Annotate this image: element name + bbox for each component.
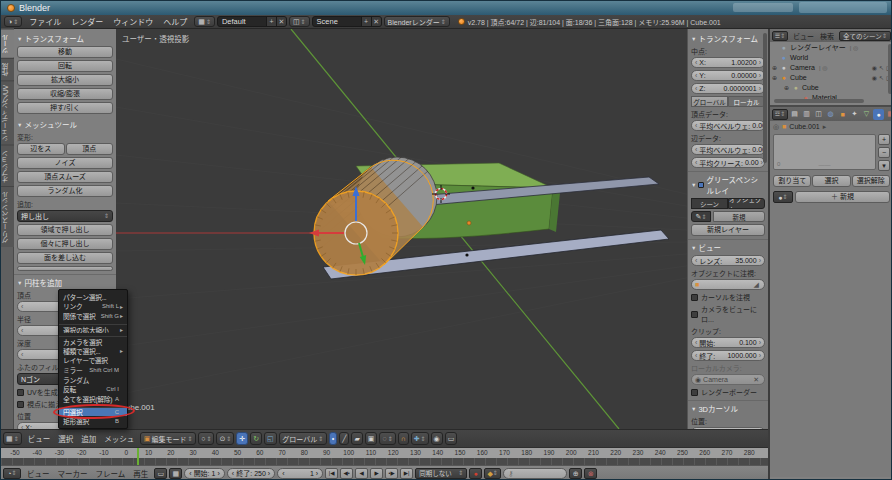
horizontal-scrollbar[interactable] (774, 99, 864, 103)
context-menu-item[interactable]: 反転 Ctrl I ▸ (59, 384, 127, 394)
context-menu-item[interactable]: 選択の拡大縮小 ▸ (59, 324, 127, 334)
context-menu-item[interactable]: パターン選択... ▸ (59, 292, 127, 302)
outliner-item[interactable]: ⊕ ● World | ◎ ◉↖◻ (770, 52, 892, 62)
vertical-scrollbar[interactable] (888, 44, 892, 94)
edge-select-mode-button[interactable]: ╱ (339, 432, 349, 445)
menu-item[interactable]: 選択 (54, 433, 77, 444)
browse-material-dropdown[interactable]: ●⇕ (773, 191, 793, 203)
manipulator-translate-toggle[interactable]: ✛ (236, 432, 248, 445)
snap-element-select[interactable]: ✚⇕ (411, 432, 429, 445)
pin-icon[interactable]: ◎ (773, 123, 779, 130)
outliner-item[interactable]: ⊕ ● Camera | ◎ ◉↖◻ (770, 62, 892, 72)
edge-data-field[interactable]: ‹平均クリース:0.00› (691, 157, 765, 168)
jump-to-end-button[interactable]: ▶| (400, 468, 413, 479)
transform-tool-button[interactable]: 収縮/膨張 (17, 88, 113, 100)
increment-arrow-icon[interactable]: › (759, 72, 761, 79)
context-menu-item[interactable]: ランダム ▸ (59, 375, 127, 385)
context-menu-item[interactable]: 関係で選択 Shift G ▸ (59, 311, 127, 321)
snap-toggle[interactable]: ∩ (398, 432, 409, 445)
play-button[interactable]: ▶ (370, 468, 383, 479)
vertex-select-mode-button[interactable]: ⬩ (329, 432, 338, 445)
menu-item[interactable]: フレーム (92, 468, 130, 479)
deform-tool-button[interactable]: 頂点スムーズ (17, 171, 113, 183)
outliner-item[interactable]: ⊕ ● Cube | ◎ ◉↖◻ (770, 82, 892, 92)
shading-select[interactable]: ○⇕ (198, 432, 214, 445)
menu-item[interactable]: メッシュ (100, 433, 138, 444)
current-frame-field[interactable]: ‹1› (277, 468, 323, 479)
material-assign-button[interactable]: 選択 (812, 175, 850, 187)
sync-select[interactable]: 同期しない⇕ (415, 468, 467, 479)
menu-item[interactable]: 追加 (77, 433, 100, 444)
frame-dropdown-button[interactable]: ▦ (169, 468, 182, 479)
grease-source-toggle[interactable]: シーン (691, 198, 728, 209)
grease-source-toggle[interactable]: オブジェクト (728, 198, 765, 209)
orientation-select[interactable]: グローバル⇕ (279, 432, 327, 445)
delete-scene-button[interactable]: ✕ (371, 16, 381, 27)
screen-layout-browse-button[interactable]: ▦⇕ (194, 16, 215, 27)
transform-tool-button[interactable]: 回転 (17, 60, 113, 72)
screen-layout-name[interactable]: Default (218, 17, 266, 26)
end-frame-field[interactable]: ‹終了:250› (227, 468, 275, 479)
modifiers-tab-icon[interactable]: ✦ (849, 109, 860, 120)
keying-set-field[interactable]: ⚷ (503, 468, 567, 479)
opengl-render-button[interactable]: ◉ (431, 432, 443, 445)
insert-keyframe-button[interactable]: ⊕ (569, 468, 582, 479)
toolshelf-tab[interactable]: グリースペンシル (1, 186, 14, 247)
deform-tool-button[interactable]: 頂点 (66, 143, 114, 155)
render-layers-tab-icon[interactable]: ▥ (801, 109, 812, 120)
deform-tool-button[interactable]: ノイズ (17, 157, 113, 169)
selectable-toggle-icon[interactable]: ↖ (879, 64, 884, 71)
mesh-tools-panel-header[interactable]: ▼メッシュツール (17, 119, 113, 130)
context-menu-item[interactable]: レイヤーで選択 ▸ (59, 356, 127, 366)
decrement-arrow-icon[interactable]: ‹ (695, 72, 697, 79)
transform-tool-button[interactable]: 拡大縮小 (17, 74, 113, 86)
viewport-3d[interactable]: ユーザー・透視投影 Cube.001 (116, 29, 687, 429)
display-filter-select[interactable]: 全てのシーン⇕ (839, 31, 891, 41)
data-tab-icon[interactable]: ▽ (861, 109, 872, 120)
limit-to-visible-toggle[interactable]: ▣ (365, 432, 378, 445)
add-layout-button[interactable]: + (266, 16, 276, 27)
play-reverse-button[interactable]: ◀ (355, 468, 368, 479)
menu-item[interactable]: ビュー (24, 433, 55, 444)
scene-name[interactable]: Scene (313, 17, 361, 26)
lock-object-browse-field[interactable]: ■◢ (691, 279, 765, 290)
add-scene-button[interactable]: + (361, 16, 371, 27)
texture-tab-icon[interactable]: ▦ (885, 109, 892, 120)
new-material-button[interactable]: ＋ 新規 (795, 191, 890, 203)
pivot-select[interactable]: ⊙⇕ (216, 432, 234, 445)
decrement-arrow-icon[interactable]: ‹ (695, 59, 697, 66)
list-resize-grip[interactable]: —— (819, 162, 831, 168)
current-frame-playhead[interactable] (137, 448, 139, 465)
manipulator-scale-toggle[interactable]: ◱ (264, 432, 277, 445)
expand-icon[interactable]: ⊕ (772, 64, 778, 71)
median-axis-field[interactable]: ‹X:1.00200› (691, 57, 765, 68)
menu-item[interactable]: ビュー (23, 468, 54, 479)
transform-tool-button[interactable]: 移動 (17, 46, 113, 58)
decrement-arrow-icon[interactable]: ‹ (21, 351, 23, 358)
grease-draw-mode-dropdown[interactable]: ✎⇕ (691, 211, 711, 222)
cursor3d-panel-header[interactable]: ▼3Dカーソル (691, 403, 765, 414)
expand-icon[interactable]: ⊕ (784, 84, 790, 91)
editor-type-button[interactable]: ▦⇕ (3, 432, 22, 445)
context-menu-item[interactable]: ミラー Shift Ctrl M ▸ (59, 365, 127, 375)
editor-type-button[interactable]: ◔⇕ (3, 468, 21, 479)
view-panel-header[interactable]: ▼ビュー (691, 242, 765, 253)
remove-slot-button[interactable]: − (878, 147, 890, 158)
manipulator-rotate-toggle[interactable]: ↻ (250, 432, 262, 445)
selectable-toggle-icon[interactable]: ↖ (879, 74, 884, 81)
lock-camera-checkbox[interactable] (691, 311, 698, 318)
lock-cursor-checkbox[interactable] (691, 294, 698, 301)
add-cylinder-operator-panel-header[interactable]: ▼円柱を追加 (17, 277, 113, 288)
render-border-checkbox[interactable] (691, 389, 698, 396)
face-select-mode-button[interactable]: ▰ (351, 432, 362, 445)
delete-layout-button[interactable]: ✕ (276, 16, 286, 27)
median-axis-field[interactable]: ‹Y:0.00000› (691, 70, 765, 81)
decrement-arrow-icon[interactable]: ‹ (695, 85, 697, 92)
context-menu-item[interactable]: カメラを選択 ▸ (59, 336, 127, 346)
decrement-arrow-icon[interactable]: ‹ (21, 303, 23, 310)
expand-icon[interactable]: ⊕ (772, 74, 778, 81)
menu-item[interactable]: ヘルプ (158, 16, 192, 27)
add-tool-button[interactable]: 領域で押し出し (17, 224, 113, 236)
material-slot-list[interactable]: 0 —— (773, 134, 876, 170)
eye-toggle-icon[interactable]: ◉ (872, 74, 877, 81)
